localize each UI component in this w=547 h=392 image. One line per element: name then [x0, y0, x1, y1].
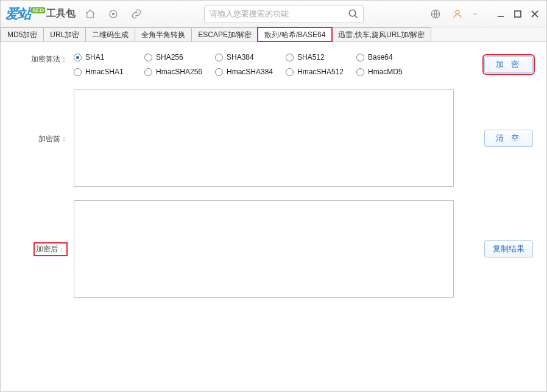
- radio-hmacsha256[interactable]: HmacSHA256: [144, 68, 215, 76]
- svg-point-1: [113, 13, 115, 15]
- svg-rect-7: [515, 11, 521, 17]
- radio-hmacsha384[interactable]: HmacSHA384: [215, 68, 286, 76]
- tool-tabs: MD5加密 URL加密 二维码生成 全角半角转换 ESCAPE加/解密 散列/哈…: [1, 27, 546, 42]
- close-button[interactable]: [528, 7, 542, 21]
- svg-point-5: [456, 10, 459, 14]
- minimize-button[interactable]: [494, 7, 507, 21]
- copy-result-button[interactable]: 复制结果: [484, 240, 533, 257]
- encrypt-button-col: 加 密: [460, 53, 533, 76]
- logo-brand-right: 工具包: [46, 7, 76, 20]
- radio-hmacmd5[interactable]: HmacMD5: [356, 68, 427, 76]
- tab-fullwidth[interactable]: 全角半角转换: [135, 27, 192, 41]
- copy-button-col: 复制结果: [460, 200, 533, 298]
- link-icon[interactable]: [128, 5, 145, 23]
- algo-row-2: HmacSHA1 HmacSHA256 HmacSHA384 HmacSHA51…: [74, 68, 454, 76]
- tab-hash-base64[interactable]: 散列/哈希/BASE64: [258, 27, 332, 41]
- label-after: 加密后：: [34, 242, 68, 256]
- tab-url-encrypt[interactable]: URL加密: [43, 27, 86, 41]
- radio-sha512[interactable]: SHA512: [286, 53, 356, 61]
- app-logo: 爱站 SEO 工具包: [5, 5, 76, 23]
- target-icon[interactable]: [105, 5, 122, 23]
- tab-md5[interactable]: MD5加密: [1, 27, 44, 41]
- algo-row-1: SHA1 SHA256 SHA384 SHA512 Base64: [74, 53, 454, 61]
- search-input[interactable]: [205, 9, 344, 18]
- tab-escape[interactable]: ESCAPE加/解密: [191, 27, 258, 41]
- home-icon[interactable]: [82, 5, 99, 23]
- radio-base64[interactable]: Base64: [356, 53, 427, 61]
- label-before: 加密前：: [14, 133, 68, 144]
- globe-icon[interactable]: [427, 5, 444, 23]
- titlebar: 爱站 SEO 工具包: [1, 1, 546, 27]
- label-after-wrap: 加密后：: [14, 242, 68, 256]
- clear-button[interactable]: 清 空: [484, 130, 533, 147]
- content-area: 加密算法： SHA1 SHA256 SHA384 SHA512 Base64 H…: [1, 42, 546, 309]
- encrypt-button[interactable]: 加 密: [484, 56, 533, 73]
- svg-line-3: [355, 15, 358, 18]
- radio-hmacsha512[interactable]: HmacSHA512: [286, 68, 356, 76]
- input-before[interactable]: [74, 89, 454, 187]
- user-icon[interactable]: [449, 5, 466, 23]
- window-controls: [494, 7, 542, 21]
- logo-brand-left: 爱站: [5, 5, 31, 23]
- output-after[interactable]: [74, 200, 454, 298]
- radio-sha384[interactable]: SHA384: [215, 53, 286, 61]
- label-algorithm: 加密算法：: [14, 53, 68, 65]
- svg-point-2: [349, 10, 356, 16]
- header-right-icons: [427, 5, 479, 23]
- maximize-button[interactable]: [511, 7, 524, 21]
- search-box: [204, 5, 364, 23]
- radio-sha256[interactable]: SHA256: [144, 53, 215, 61]
- tab-qrcode[interactable]: 二维码生成: [85, 27, 135, 41]
- dropdown-caret-icon[interactable]: [471, 5, 479, 23]
- algorithm-group: SHA1 SHA256 SHA384 SHA512 Base64 HmacSHA…: [74, 53, 454, 76]
- radio-hmacsha1[interactable]: HmacSHA1: [74, 68, 144, 76]
- clear-button-col: 清 空: [460, 89, 533, 187]
- tab-thunder-url[interactable]: 迅雷,快车,旋风URL加/解密: [331, 27, 431, 41]
- logo-badge: SEO: [31, 7, 45, 13]
- search-button[interactable]: [344, 5, 363, 23]
- radio-sha1[interactable]: SHA1: [74, 53, 144, 61]
